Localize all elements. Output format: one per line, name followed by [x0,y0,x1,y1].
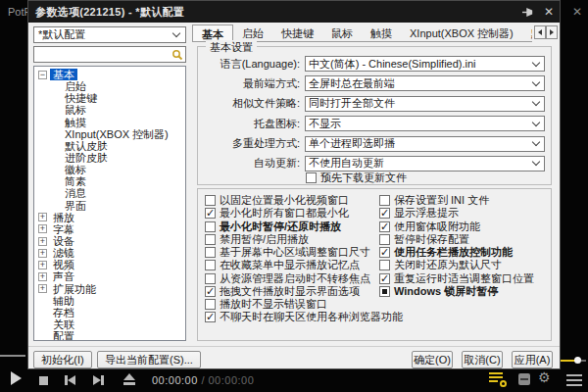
checkbox-icon[interactable] [205,221,216,232]
checkbox-option[interactable]: 最小化时暂停/还原时播放 [205,221,403,232]
export-config-button[interactable]: 导出当前配置(S)... [97,351,201,368]
expand-icon[interactable]: + [38,213,47,221]
tree-item[interactable]: 徽标 [34,164,185,175]
pin-icon[interactable] [521,6,534,19]
setting-dropdown[interactable]: 不使用自动更新 [305,156,545,172]
volume-knob[interactable] [574,357,581,364]
checkbox-option[interactable]: 播放时不显示错误窗口 [205,299,403,310]
profile-dropdown[interactable]: *默认配置 [33,26,186,43]
playlist-search-icon[interactable] [489,372,505,385]
tree-item-label[interactable]: 消息 [62,187,89,199]
tree-item[interactable]: +滤镜 [34,247,185,259]
checkbox-icon[interactable] [379,286,390,297]
tree-item[interactable]: 触摸 [34,117,185,128]
checkbox-option[interactable]: 禁用暂停/启用播放 [205,234,403,245]
tree-item-label[interactable]: 界面 [62,200,89,212]
checkbox-icon[interactable] [379,273,390,284]
checkbox-icon[interactable] [205,208,216,219]
setting-dropdown[interactable]: 全屏时总在最前端 [305,75,545,91]
tree-item-label[interactable]: 设备 [50,235,77,247]
setting-dropdown[interactable]: 不显示 [305,116,545,131]
tree-item-label[interactable]: 简素 [62,175,89,187]
seek-bar[interactable] [0,355,25,357]
tree-item[interactable]: +声音 [34,270,185,282]
checkbox-option[interactable]: 使用窗体吸附功能 [379,221,534,232]
tree-item-label[interactable]: 鼠标 [62,104,89,116]
tree-item[interactable]: 存档 [34,307,185,318]
tree-item[interactable]: 关联 [34,318,185,330]
tree-item-label[interactable]: 辅助 [50,295,77,307]
stop-icon[interactable] [39,376,48,385]
checkbox-option[interactable]: 拖拽文件播放时显示界面选项 [205,286,403,297]
search-input[interactable] [36,48,168,61]
tree-item-label[interactable]: XInput(XBOX 控制器) [62,128,172,140]
checkbox-icon[interactable] [205,273,216,284]
tree-item-label[interactable]: 配置 [50,330,77,341]
checkbox-option[interactable]: 显示浮悬提示 [379,208,534,219]
expand-icon[interactable]: + [38,272,47,281]
checkbox-option[interactable]: 使用任务栏播放控制功能 [379,247,534,258]
tree-item[interactable]: +播放 [34,212,185,223]
tree-item-label[interactable]: 字幕 [50,223,77,235]
cancel-button[interactable]: 取消(C) [462,351,503,368]
tree-item-label[interactable]: 滤镜 [50,247,77,259]
tree-item-label[interactable]: 触摸 [62,117,89,128]
tree-item-label[interactable]: 启始 [62,80,89,92]
tree-item[interactable]: +字幕 [34,223,185,235]
tab-scroll-left-button[interactable] [534,25,546,39]
play-icon[interactable] [11,371,22,385]
checkbox-icon[interactable] [205,299,216,310]
apply-button[interactable]: 应用(A) [512,351,553,368]
tree-item[interactable]: 启始 [34,80,185,92]
expand-icon[interactable]: + [38,261,47,270]
checkbox-icon[interactable] [379,247,390,258]
gear-icon[interactable]: ⚙ [538,369,551,385]
checkbox-icon[interactable] [379,221,390,232]
setting-dropdown[interactable]: 中文(简体) - Chinese(Simplified).ini [305,56,545,72]
tree-item[interactable]: 默认皮肤 [34,140,185,152]
expand-icon[interactable]: + [38,224,47,233]
checkbox-icon[interactable] [379,208,390,219]
settings-tree[interactable]: −基本启始快捷键鼠标触摸XInput(XBOX 控制器)默认皮肤进阶皮肤徽标简素… [33,66,186,341]
tree-item-label[interactable]: 视频 [50,259,77,270]
dialog-titlebar[interactable]: 参数选项(221215) - *默认配置 [28,1,560,23]
setting-dropdown[interactable]: 单个进程即选即播 [305,136,545,152]
dialog-close-icon[interactable]: ✕ [544,5,554,19]
tree-item-label[interactable]: 声音 [50,270,77,282]
tree-item-label[interactable]: 播放 [50,212,77,223]
tree-item[interactable]: XInput(XBOX 控制器) [34,128,185,140]
tab-3[interactable]: 鼠标 [322,24,362,42]
volume-slider[interactable] [560,357,586,364]
checkbox-option[interactable]: 关闭时还原为默认尺寸 [379,260,534,270]
checkbox-option[interactable]: 重复运行时适当调整窗口位置 [379,273,534,284]
expand-icon[interactable]: + [38,237,47,246]
tree-item[interactable]: 界面 [34,200,185,212]
tree-item[interactable]: 简素 [34,175,185,187]
tree-item[interactable]: +视频 [34,259,185,270]
checkbox-icon[interactable] [205,312,216,322]
tree-item[interactable]: 配置 [34,330,185,341]
tree-item[interactable]: 辅助 [34,295,185,307]
checkbox-option[interactable]: 最小化时所有窗口都最小化 [205,208,403,219]
expand-icon[interactable]: + [38,284,47,293]
checkbox-option[interactable]: 暂停时保存配置 [379,234,534,245]
expand-icon[interactable]: + [38,249,47,258]
tree-item-label[interactable]: 徽标 [62,164,89,175]
checkbox-icon[interactable] [205,247,216,258]
setting-dropdown[interactable]: 同时打开全部文件 [305,96,545,112]
tab-2[interactable]: 快捷键 [272,24,322,42]
checkbox-icon[interactable] [205,195,216,206]
next-icon[interactable] [93,375,104,385]
tree-item[interactable]: 消息 [34,187,185,199]
checkbox-option[interactable]: Windows 锁屏时暂停 [379,286,534,297]
checkbox-option[interactable]: 保存设置到 INI 文件 [379,195,534,206]
initialize-button[interactable]: 初始化(I) [33,351,92,368]
control-panel-icon[interactable] [518,373,530,385]
checkbox-icon[interactable] [306,172,317,183]
checkbox-icon[interactable] [379,260,390,270]
eject-icon[interactable] [123,373,135,385]
tree-item-label[interactable]: 进阶皮肤 [62,152,111,164]
tab-6[interactable]: 默认皮肤 [522,24,532,42]
tab-4[interactable]: 触摸 [362,24,401,42]
collapse-icon[interactable]: − [38,71,47,79]
